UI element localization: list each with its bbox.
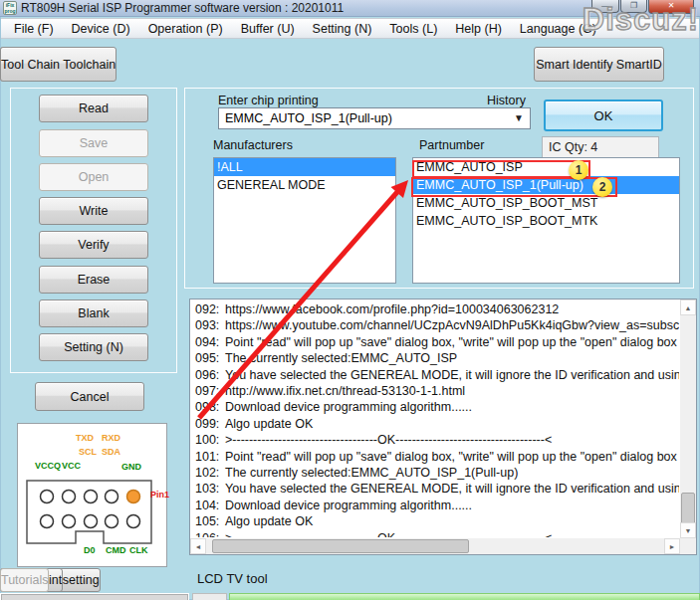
pin-label-clk: CLK (129, 545, 148, 555)
pin-label-txd: TXD (76, 433, 94, 443)
bottom-toolbar-button-label: Tutorials (1, 573, 48, 587)
log-line: 104:Download device programming algorith… (195, 498, 679, 513)
manufacturer-item[interactable]: !ALL (214, 158, 395, 176)
log-line: 102:The currently selected:EMMC_AUTO_ISP… (195, 465, 679, 481)
scroll-right-icon[interactable]: ► (664, 538, 680, 554)
menu-item[interactable]: Device (D) (63, 20, 139, 38)
operation-button[interactable]: Setting (N) (39, 333, 148, 361)
title-bar: iFix prog RT809H Serial ISP Programmer s… (0, 0, 700, 17)
log-line-text: Algo update OK (225, 417, 313, 431)
log-line: 103:You have selected the GENEREAL MODE,… (195, 481, 679, 497)
menu-item[interactable]: Operation (P) (139, 20, 232, 38)
manufacturers-label: Manufacturers (213, 138, 293, 152)
menu-item[interactable]: Help (H) (446, 20, 511, 38)
log-line-text: Download device programming algorithm...… (225, 400, 472, 414)
top-toolbar-button[interactable]: Tool Chain Toolchain (0, 47, 117, 82)
maximize-button[interactable]: ❐ (620, 0, 647, 13)
log-line: 094:Point "read" will pop up "save" dial… (195, 334, 679, 350)
top-toolbar-button-label: Tool Chain Toolchain (1, 58, 116, 72)
window-title: RT809H Serial ISP Programmer software ve… (21, 1, 344, 15)
operation-button[interactable]: Read (39, 95, 148, 122)
partnumber-item-label: EMMC_AUTO_ISP (416, 160, 523, 174)
log-line-text: Download device programming algorithm...… (225, 499, 472, 512)
horizontal-scroll-thumb[interactable] (212, 539, 469, 553)
pin-label-gnd: GND (121, 462, 141, 472)
operation-button[interactable]: Write (39, 197, 148, 225)
progress-bar (229, 593, 700, 600)
pin-label-rxd: RXD (102, 433, 120, 443)
log-line-text: You have selected the GENEREAL MODE, it … (225, 368, 679, 382)
log-line: 106:>-----------------------------------… (195, 530, 679, 537)
log-line-text: Algo update OK (225, 514, 313, 528)
operation-button[interactable]: Blank (39, 300, 148, 327)
partnumber-item-label: EMMC_AUTO_ISP_BOOT_MST (416, 196, 597, 210)
log-line-number: 097: (195, 383, 225, 399)
log-line-number: 106: (195, 530, 225, 537)
log-line-text: The currently selected:EMMC_AUTO_ISP_1(P… (225, 466, 518, 480)
menu-item[interactable]: Tools (L) (380, 20, 446, 38)
log-line-text: https://www.youtube.com/channel/UCzpAcvN… (225, 318, 679, 332)
menu-item-label: Buffer (U) (241, 22, 295, 36)
log-line: 100:>-----------------------------------… (195, 432, 679, 448)
log-line-text: https://www.facebook.com/profile.php?id=… (225, 302, 559, 316)
chip-combo-box[interactable]: EMMC_AUTO_ISP_1(Pull-up) ▼ (218, 107, 531, 129)
log-line-text: http://www.ifix.net.cn/thread-53130-1-1.… (225, 384, 465, 398)
operation-button-label: Open (79, 170, 110, 184)
chip-selection-group: Enter chip printing History EMMC_AUTO_IS… (184, 88, 694, 289)
pin-label-vcc: VCC (62, 461, 81, 471)
minimize-button[interactable]: — (591, 0, 619, 13)
manufacturer-item[interactable]: GENEREAL MODE (214, 176, 395, 194)
log-line-text: >-----------------------------------OK--… (225, 433, 552, 447)
operation-button-label: Setting (N) (64, 340, 123, 354)
log-line: 096:You have selected the GENEREAL MODE,… (195, 367, 679, 383)
log-line-number: 100: (195, 432, 225, 448)
app-icon: iFix prog (3, 1, 17, 15)
partnumber-item[interactable]: EMMC_AUTO_ISP (413, 158, 679, 176)
scroll-left-icon[interactable]: ◄ (190, 538, 206, 554)
log-line-number: 102: (195, 465, 225, 481)
pin-label-sda: SDA (102, 447, 120, 457)
vertical-scrollbar[interactable]: ▲ ▼ (680, 300, 696, 538)
operation-button[interactable]: Verify (39, 231, 148, 259)
menu-item-label: Setting (N) (313, 22, 372, 36)
app-window: iFix prog RT809H Serial ISP Programmer s… (0, 0, 700, 600)
scroll-down-icon[interactable]: ▼ (680, 522, 696, 538)
partnumber-item[interactable]: EMMC_AUTO_ISP_BOOT_MTK (413, 212, 679, 230)
log-line: 099:Algo update OK (195, 416, 679, 432)
log-line-number: 095: (195, 350, 225, 366)
log-line: 097:http://www.ifix.net.cn/thread-53130-… (195, 383, 679, 399)
ok-button[interactable]: OK (544, 100, 663, 131)
pin-label-scl: SCL (79, 447, 97, 457)
log-line-number: 093: (195, 317, 225, 333)
pin-label-pin1: Pin1 (150, 490, 169, 500)
operation-button[interactable]: Erase (39, 266, 148, 294)
log-line-number: 104: (195, 498, 225, 513)
menu-item[interactable]: File (F) (5, 20, 63, 38)
pin-label-vccq: VCCQ (35, 461, 61, 471)
vertical-scroll-thumb[interactable] (681, 493, 695, 526)
partnumber-item[interactable]: EMMC_AUTO_ISP_1(Pull-up) (413, 176, 679, 194)
top-toolbar-button[interactable]: Smart Identify SmartID (534, 47, 664, 82)
menu-item[interactable]: Setting (N) (304, 20, 381, 38)
manufacturers-list[interactable]: !ALLGENEREAL MODE (213, 157, 396, 284)
operation-button-label: Blank (78, 306, 109, 320)
partnumber-item[interactable]: EMMC_AUTO_ISP_BOOT_MST (413, 194, 679, 212)
scrollbar-corner (680, 538, 696, 554)
menu-item-label: Tools (L) (389, 22, 437, 36)
enter-chip-label: Enter chip printing (218, 94, 319, 107)
menu-item[interactable]: Language (G) (511, 20, 605, 38)
menu-item-label: Help (H) (455, 22, 502, 36)
partnumber-label: Partnumber (419, 138, 484, 152)
horizontal-scrollbar[interactable]: ◄ ► (190, 538, 680, 554)
log-content[interactable]: 092:https://www.facebook.com/profile.php… (191, 301, 679, 537)
close-button[interactable]: ✕ (648, 0, 694, 14)
pin1-marker (127, 491, 140, 503)
partnumber-list[interactable]: EMMC_AUTO_ISPEMMC_AUTO_ISP_1(Pull-up)EMM… (412, 157, 680, 284)
menu-item[interactable]: Buffer (U) (232, 20, 304, 38)
chevron-down-icon[interactable]: ▼ (514, 112, 524, 123)
operation-button-label: Verify (78, 238, 109, 252)
cancel-button[interactable]: Cancel (35, 382, 144, 411)
log-line: 105:Algo update OK (195, 513, 679, 529)
scroll-up-icon[interactable]: ▲ (680, 300, 696, 315)
history-label: History (487, 94, 526, 107)
